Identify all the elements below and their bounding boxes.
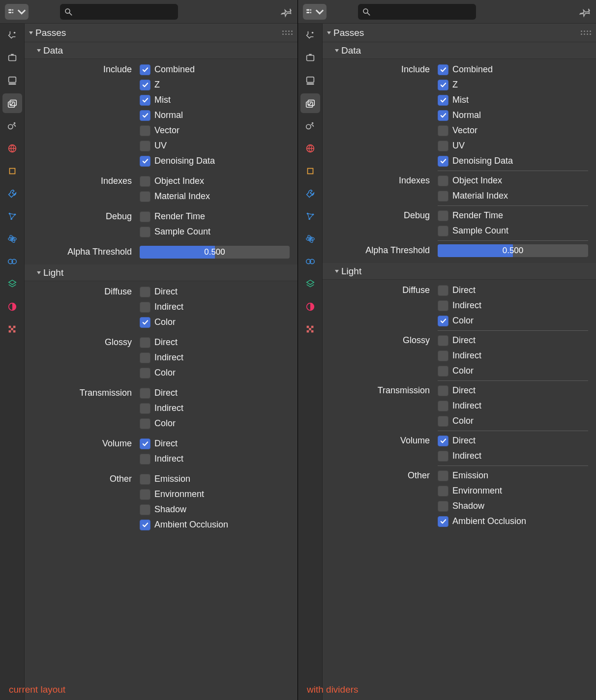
checkbox-direct[interactable] [140,337,150,348]
tab-particles[interactable] [2,206,22,226]
tab-output[interactable] [300,71,320,90]
checkbox-z[interactable] [140,80,150,90]
tab-render[interactable] [2,48,22,68]
tab-object[interactable] [300,161,320,181]
tab-modifier[interactable] [300,184,320,204]
tab-output[interactable] [2,71,22,90]
search-field[interactable] [60,4,178,20]
subpanel-header-light[interactable]: Light [25,264,298,281]
checkbox-direct[interactable] [438,335,448,346]
tab-tool[interactable] [300,26,320,45]
tab-texture[interactable] [2,320,22,339]
checkbox-ambient-occlusion[interactable] [140,520,150,530]
checkbox-indirect[interactable] [438,451,448,462]
alpha-threshold-slider[interactable]: 0.500 [140,246,290,259]
checkbox-color[interactable] [438,316,448,326]
checkbox-mist[interactable] [140,95,150,106]
tab-scene[interactable] [2,116,22,136]
panel-header-passes[interactable]: Passes [323,24,596,42]
checkbox-shadow[interactable] [438,501,448,512]
checkbox-material-index[interactable] [438,191,448,202]
checkbox-indirect[interactable] [140,302,150,313]
alpha-threshold-slider[interactable]: 0.500 [438,244,588,257]
tab-physics[interactable] [300,229,320,249]
editor-type-dropdown[interactable] [303,4,327,20]
drag-grip-icon[interactable] [581,30,591,35]
checkbox-uv[interactable] [140,141,150,151]
checkbox-object-index[interactable] [140,176,150,187]
tab-material[interactable] [300,297,320,317]
pin-icon[interactable] [579,6,591,18]
checkbox-object-index[interactable] [438,175,448,186]
tab-data[interactable] [300,274,320,294]
checkbox-indirect[interactable] [140,454,150,465]
tab-world[interactable] [300,139,320,158]
tab-render[interactable] [300,48,320,68]
checkbox-ambient-occlusion[interactable] [438,516,448,527]
checkbox-direct[interactable] [438,436,448,446]
tab-object[interactable] [2,161,22,181]
checkbox-indirect[interactable] [438,300,448,311]
checkbox-indirect[interactable] [140,403,150,414]
checkbox-environment[interactable] [140,489,150,500]
subpanel-header-light[interactable]: Light [323,263,596,280]
checkbox-indirect[interactable] [438,401,448,411]
checkbox-emission[interactable] [438,470,448,481]
checkbox-environment[interactable] [438,486,448,496]
editor-type-dropdown[interactable] [5,4,29,20]
checkbox-vector[interactable] [140,125,150,136]
checkbox-direct[interactable] [140,438,150,449]
checkbox-indirect[interactable] [438,350,448,361]
checkbox-color[interactable] [438,416,448,427]
checkbox-z[interactable] [438,80,448,90]
pin-icon[interactable] [281,6,293,18]
checkbox-color[interactable] [140,418,150,429]
checkbox-normal[interactable] [438,110,448,121]
property-label: Transmission [25,388,135,398]
checkbox-color[interactable] [140,317,150,328]
checkbox-direct[interactable] [140,287,150,297]
search-input[interactable] [76,7,174,16]
checkbox-denoising-data[interactable] [438,156,448,167]
checkbox-direct[interactable] [438,385,448,396]
tab-material[interactable] [2,297,22,317]
tab-physics[interactable] [2,229,22,249]
checkbox-combined[interactable] [438,64,448,75]
drag-grip-icon[interactable] [282,30,293,35]
checkbox-direct[interactable] [140,388,150,399]
search-field[interactable] [358,4,476,20]
tab-tool[interactable] [2,26,22,45]
subpanel-header-data[interactable]: Data [25,42,298,59]
tab-modifier[interactable] [2,184,22,204]
checkbox-material-index[interactable] [140,191,150,202]
checkbox-denoising-data[interactable] [140,156,150,167]
checkbox-sample-count[interactable] [140,227,150,237]
checkbox-render-time[interactable] [140,211,150,222]
tab-particles[interactable] [300,206,320,226]
tab-texture[interactable] [300,320,320,339]
checkbox-combined[interactable] [140,64,150,75]
tab-constraint[interactable] [2,252,22,271]
svg-rect-32 [306,12,309,13]
search-input[interactable] [374,7,472,16]
checkbox-indirect[interactable] [140,352,150,363]
checkbox-color[interactable] [140,368,150,379]
checkbox-emission[interactable] [140,474,150,485]
subpanel-header-data[interactable]: Data [323,42,596,59]
checkbox-normal[interactable] [140,110,150,121]
tab-constraint[interactable] [300,252,320,271]
tab-world[interactable] [2,139,22,158]
panel-header-passes[interactable]: Passes [25,24,298,42]
tab-scene[interactable] [300,116,320,136]
tab-viewlayer[interactable] [300,93,320,113]
checkbox-shadow[interactable] [140,504,150,515]
checkbox-uv[interactable] [438,141,448,151]
checkbox-direct[interactable] [438,285,448,296]
checkbox-render-time[interactable] [438,210,448,221]
tab-viewlayer[interactable] [2,93,22,113]
checkbox-sample-count[interactable] [438,226,448,236]
checkbox-mist[interactable] [438,95,448,106]
checkbox-vector[interactable] [438,125,448,136]
tab-data[interactable] [2,274,22,294]
checkbox-color[interactable] [438,366,448,377]
